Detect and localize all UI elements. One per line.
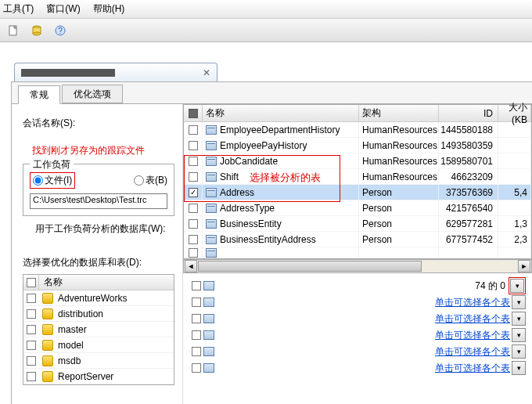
menu-help[interactable]: 帮助(H) xyxy=(93,2,125,16)
select-tables-link[interactable]: 单击可选择各个表 xyxy=(435,362,510,375)
row-checkbox[interactable] xyxy=(189,248,198,258)
cell-schema: HumanResources xyxy=(359,138,439,153)
db-row[interactable]: msdb xyxy=(23,353,174,369)
radio-table[interactable]: 表(B) xyxy=(134,174,167,187)
db-checkbox[interactable] xyxy=(27,356,36,366)
row-checkbox[interactable] xyxy=(189,235,198,244)
document-tab[interactable]: ✕ xyxy=(14,63,217,81)
row-checkbox[interactable] xyxy=(189,204,198,213)
cell-size: 5,4 xyxy=(498,185,531,200)
table-row[interactable]: EmployeeDepartmentHistoryHumanResources1… xyxy=(184,122,531,138)
dropdown-icon[interactable]: ▾ xyxy=(512,361,526,375)
link-checkbox[interactable] xyxy=(192,298,201,307)
table-row[interactable]: BusinessEntityAddressPerson6775774522,3 xyxy=(184,232,531,247)
col-id[interactable]: ID xyxy=(439,105,498,121)
cell-name: JobCandidate xyxy=(220,156,278,167)
scroll-left-icon[interactable]: ◄ xyxy=(185,260,197,272)
select-tables-link[interactable]: 单击可选择各个表 xyxy=(435,296,510,309)
table-row[interactable] xyxy=(184,247,531,258)
col-size[interactable]: 大小(KB xyxy=(498,105,531,121)
dropdown-icon[interactable]: ▾ xyxy=(512,295,526,309)
db-row[interactable]: AdventureWorks xyxy=(23,290,174,306)
db-checkbox[interactable] xyxy=(27,372,36,381)
db-name: model xyxy=(56,340,174,351)
lower-links: 74 的 0 ▾ 单击可选择各个表▾单击可选择各个表▾单击可选择各个表▾单击可选… xyxy=(183,273,532,404)
link-checkbox[interactable] xyxy=(192,347,201,356)
db-checkbox[interactable] xyxy=(27,309,36,319)
cell-size xyxy=(498,200,531,215)
link-checkbox[interactable] xyxy=(192,330,201,340)
row-checkbox[interactable] xyxy=(189,172,198,182)
select-tables-link[interactable]: 单击可选择各个表 xyxy=(435,312,510,326)
cell-size xyxy=(498,122,531,137)
tab-tuning[interactable]: 优化选项 xyxy=(62,85,123,103)
database-icon xyxy=(42,355,53,366)
close-icon[interactable]: ✕ xyxy=(203,67,210,78)
link-checkbox[interactable] xyxy=(192,314,201,323)
menu-window[interactable]: 窗口(W) xyxy=(46,2,80,16)
dropdown-icon[interactable]: ▾ xyxy=(512,328,526,342)
db-name: AdventureWorks xyxy=(56,293,174,304)
link-row: 单击可选择各个表▾ xyxy=(189,344,526,359)
table-icon xyxy=(206,125,217,135)
select-tables-link[interactable]: 单击可选择各个表 xyxy=(435,345,510,359)
counter-text: 74 的 0 xyxy=(475,280,505,293)
row-checkbox[interactable] xyxy=(189,188,198,197)
db-name: msdb xyxy=(56,355,174,366)
table-icon xyxy=(203,298,214,307)
link-checkbox[interactable] xyxy=(192,363,201,373)
db-row[interactable]: model xyxy=(23,337,174,353)
cell-id: 373576369 xyxy=(439,185,498,200)
cell-id: 677577452 xyxy=(439,232,498,247)
scroll-right-icon[interactable]: ► xyxy=(518,260,530,272)
db-row[interactable]: distribution xyxy=(23,306,174,322)
scroll-thumb[interactable] xyxy=(198,261,422,272)
open-db-icon[interactable] xyxy=(28,22,45,39)
db-checkbox[interactable] xyxy=(27,341,36,350)
svg-text:?: ? xyxy=(58,27,63,35)
red-note: 找到刚才另存为的跟踪文件 xyxy=(32,144,174,157)
table-row[interactable]: AddressPerson3735763695,4 xyxy=(184,185,531,200)
db-checkbox[interactable] xyxy=(27,294,36,303)
col-name[interactable]: 名称 xyxy=(203,105,359,121)
table-row[interactable]: AddressTypePerson421576540 xyxy=(184,200,531,216)
radio-file[interactable]: 文件(I) xyxy=(33,174,72,187)
table-row[interactable]: ShiftHumanResources46623209 xyxy=(184,169,531,185)
database-icon xyxy=(42,308,53,319)
help-icon[interactable]: ? xyxy=(52,22,69,39)
lower-check[interactable] xyxy=(192,281,201,290)
link-row: 单击可选择各个表▾ xyxy=(189,311,526,326)
grid-checkall[interactable] xyxy=(189,109,198,118)
doc-title-redacted xyxy=(21,69,115,77)
table-icon xyxy=(203,363,214,373)
table-icon xyxy=(206,157,217,166)
select-tables-link[interactable]: 单击可选择各个表 xyxy=(435,329,510,342)
table-row[interactable]: JobCandidateHumanResources1589580701 xyxy=(184,153,531,169)
cell-size xyxy=(498,153,531,168)
row-checkbox[interactable] xyxy=(189,125,198,135)
dropdown-icon[interactable]: ▾ xyxy=(512,344,526,359)
dropdown-icon[interactable]: ▾ xyxy=(510,279,524,293)
file-path-input[interactable]: C:\Users\test\Desktop\Test.trc xyxy=(30,193,167,209)
table-icon xyxy=(203,347,214,356)
cell-id: 421576540 xyxy=(439,200,498,215)
db-row[interactable]: ReportServer xyxy=(23,369,174,384)
new-icon[interactable] xyxy=(5,22,22,39)
table-row[interactable]: BusinessEntityPerson6295772811,3 xyxy=(184,216,531,232)
cell-id: 1589580701 xyxy=(439,153,498,168)
table-row[interactable]: EmployeePayHistoryHumanResources14935803… xyxy=(184,138,531,153)
col-schema[interactable]: 架构 xyxy=(359,105,439,121)
tab-general[interactable]: 常规 xyxy=(18,85,60,104)
cell-id: 1445580188 xyxy=(439,122,498,137)
horizontal-scrollbar[interactable]: ◄ ► xyxy=(183,259,532,273)
cell-name: AddressType xyxy=(220,203,275,214)
db-checkbox[interactable] xyxy=(27,325,36,334)
row-checkbox[interactable] xyxy=(189,141,198,150)
row-checkbox[interactable] xyxy=(189,219,198,229)
db-row[interactable]: master xyxy=(23,322,174,337)
dropdown-icon[interactable]: ▾ xyxy=(512,312,526,326)
db-checkall[interactable] xyxy=(27,278,36,287)
cell-name: Address xyxy=(220,187,254,198)
row-checkbox[interactable] xyxy=(189,157,198,166)
menu-tools[interactable]: 工具(T) xyxy=(3,2,34,16)
